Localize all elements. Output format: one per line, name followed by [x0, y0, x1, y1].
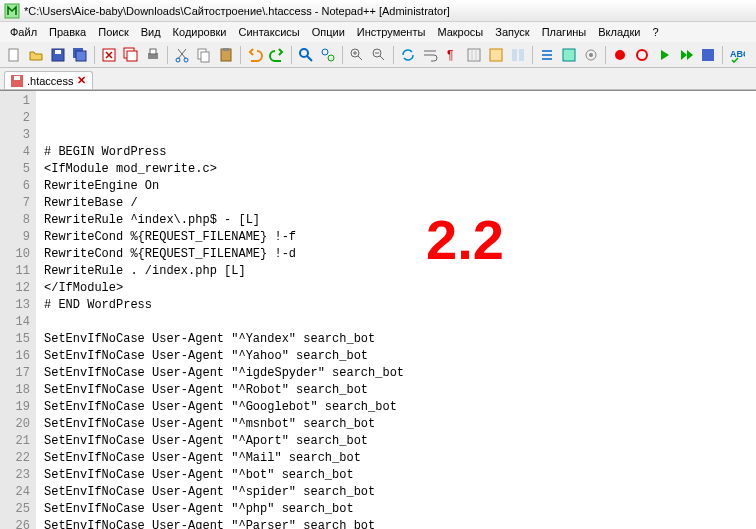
new-file-button[interactable] — [4, 45, 24, 65]
zoom-in-button[interactable] — [347, 45, 367, 65]
svg-point-29 — [589, 53, 593, 57]
toolbar: ¶ ABC — [0, 42, 756, 68]
line-gutter: 1234567891011121314151617181920212223242… — [0, 91, 36, 529]
svg-point-18 — [322, 49, 328, 55]
play-button[interactable] — [654, 45, 674, 65]
code-line[interactable]: SetEnvIfNoCase User-Agent "^spider" sear… — [44, 484, 756, 501]
menu-syntax[interactable]: Синтаксисы — [233, 24, 306, 40]
save-icon — [11, 75, 23, 87]
code-line[interactable]: RewriteCond %{REQUEST_FILENAME} !-f — [44, 229, 756, 246]
menu-tools[interactable]: Инструменты — [351, 24, 432, 40]
menu-options[interactable]: Опции — [306, 24, 351, 40]
menu-help[interactable]: ? — [646, 24, 664, 40]
svg-rect-1 — [9, 49, 18, 61]
menubar: Файл Правка Поиск Вид Кодировки Синтакси… — [0, 22, 756, 42]
tab-label: .htaccess — [27, 75, 73, 87]
code-line[interactable]: SetEnvIfNoCase User-Agent "^Aport" searc… — [44, 433, 756, 450]
print-button[interactable] — [143, 45, 163, 65]
code-line[interactable]: SetEnvIfNoCase User-Agent "^Yahoo" searc… — [44, 348, 756, 365]
open-file-button[interactable] — [26, 45, 46, 65]
play-multi-button[interactable] — [676, 45, 696, 65]
editor: 1234567891011121314151617181920212223242… — [0, 90, 756, 529]
code-line[interactable]: <IfModule mod_rewrite.c> — [44, 161, 756, 178]
code-line[interactable]: RewriteEngine On — [44, 178, 756, 195]
svg-rect-24 — [490, 49, 502, 61]
svg-rect-5 — [76, 51, 86, 61]
spellcheck-button[interactable]: ABC — [727, 45, 747, 65]
tabbar: .htaccess ✕ — [0, 68, 756, 90]
indent-guide-button[interactable] — [464, 45, 484, 65]
code-line[interactable]: SetEnvIfNoCase User-Agent "^php" search_… — [44, 501, 756, 518]
copy-button[interactable] — [194, 45, 214, 65]
show-all-button[interactable]: ¶ — [442, 45, 462, 65]
tab-htaccess[interactable]: .htaccess ✕ — [4, 71, 93, 89]
app-icon — [4, 3, 20, 19]
titlebar: *C:\Users\Aice-baby\Downloads\Сайтострое… — [0, 0, 756, 22]
code-line[interactable]: SetEnvIfNoCase User-Agent "^bot" search_… — [44, 467, 756, 484]
tab-close-button[interactable]: ✕ — [77, 74, 86, 87]
save-macro-button[interactable] — [698, 45, 718, 65]
doc-map-button[interactable] — [508, 45, 528, 65]
code-line[interactable]: RewriteRule ^index\.php$ - [L] — [44, 212, 756, 229]
svg-rect-26 — [519, 49, 524, 61]
cut-button[interactable] — [172, 45, 192, 65]
code-line[interactable]: SetEnvIfNoCase User-Agent "^igdeSpyder" … — [44, 365, 756, 382]
code-line[interactable] — [44, 127, 756, 144]
menu-plugins[interactable]: Плагины — [536, 24, 593, 40]
code-line[interactable]: SetEnvIfNoCase User-Agent "^Yandex" sear… — [44, 331, 756, 348]
svg-rect-14 — [201, 52, 209, 62]
menu-view[interactable]: Вид — [135, 24, 167, 40]
save-all-button[interactable] — [70, 45, 90, 65]
code-line[interactable]: SetEnvIfNoCase User-Agent "^Robot" searc… — [44, 382, 756, 399]
monitor-button[interactable] — [581, 45, 601, 65]
menu-search[interactable]: Поиск — [92, 24, 134, 40]
func-list-button[interactable] — [537, 45, 557, 65]
paste-button[interactable] — [216, 45, 236, 65]
menu-file[interactable]: Файл — [4, 24, 43, 40]
menu-run[interactable]: Запуск — [489, 24, 535, 40]
svg-rect-23 — [468, 49, 480, 61]
undo-button[interactable] — [245, 45, 265, 65]
svg-rect-8 — [127, 51, 137, 61]
svg-point-30 — [615, 50, 625, 60]
svg-rect-3 — [55, 50, 61, 54]
code-line[interactable]: SetEnvIfNoCase User-Agent "^msnbot" sear… — [44, 416, 756, 433]
zoom-out-button[interactable] — [369, 45, 389, 65]
folder-button[interactable] — [559, 45, 579, 65]
menu-macros[interactable]: Макросы — [431, 24, 489, 40]
code-line[interactable]: RewriteBase / — [44, 195, 756, 212]
code-line[interactable]: SetEnvIfNoCase User-Agent "^Googlebot" s… — [44, 399, 756, 416]
code-line[interactable]: # BEGIN WordPress — [44, 144, 756, 161]
window-title: *C:\Users\Aice-baby\Downloads\Сайтострое… — [24, 5, 450, 17]
code-area[interactable]: # BEGIN WordPress<IfModule mod_rewrite.c… — [36, 91, 756, 529]
sync-button[interactable] — [398, 45, 418, 65]
lang-button[interactable] — [486, 45, 506, 65]
svg-rect-32 — [702, 49, 714, 61]
svg-rect-27 — [563, 49, 575, 61]
svg-text:¶: ¶ — [447, 48, 453, 62]
close-button[interactable] — [99, 45, 119, 65]
menu-tabs[interactable]: Вкладки — [592, 24, 646, 40]
replace-button[interactable] — [318, 45, 338, 65]
wordwrap-button[interactable] — [420, 45, 440, 65]
code-line[interactable]: # END WordPress — [44, 297, 756, 314]
svg-point-17 — [300, 49, 308, 57]
menu-edit[interactable]: Правка — [43, 24, 92, 40]
menu-encoding[interactable]: Кодировки — [167, 24, 233, 40]
stop-record-button[interactable] — [632, 45, 652, 65]
svg-rect-35 — [14, 76, 20, 80]
close-all-button[interactable] — [121, 45, 141, 65]
save-button[interactable] — [48, 45, 68, 65]
code-line[interactable]: RewriteRule . /index.php [L] — [44, 263, 756, 280]
svg-rect-10 — [150, 49, 156, 54]
code-line[interactable] — [44, 314, 756, 331]
find-button[interactable] — [296, 45, 316, 65]
code-line[interactable]: </IfModule> — [44, 280, 756, 297]
svg-point-31 — [637, 50, 647, 60]
code-line[interactable]: SetEnvIfNoCase User-Agent "^Mail" search… — [44, 450, 756, 467]
redo-button[interactable] — [267, 45, 287, 65]
code-line[interactable]: RewriteCond %{REQUEST_FILENAME} !-d — [44, 246, 756, 263]
code-line[interactable]: SetEnvIfNoCase User-Agent "^Parser" sear… — [44, 518, 756, 529]
svg-rect-16 — [223, 48, 229, 51]
record-button[interactable] — [610, 45, 630, 65]
